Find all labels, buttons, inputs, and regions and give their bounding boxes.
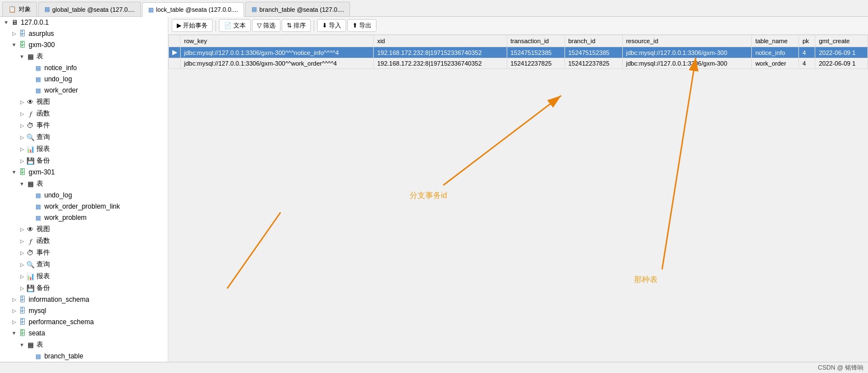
filter-button[interactable]: ▽ 筛选 xyxy=(252,19,281,32)
text-button[interactable]: 📄 文本 xyxy=(219,19,251,32)
col-transaction-id[interactable]: transaction_id xyxy=(507,35,564,47)
db-mysql[interactable]: ▷ 🗄 mysql xyxy=(0,305,168,316)
seata-toggle[interactable]: ▼ xyxy=(10,329,18,337)
query-icon-gxm301: 🔍 xyxy=(26,260,35,269)
table-notice-info[interactable]: ▦ notice_info xyxy=(0,62,168,73)
db-perf-schema[interactable]: ▷ 🗄 performance_schema xyxy=(0,316,168,328)
server-toggle[interactable]: ▼ xyxy=(2,19,10,26)
col-gmt-create[interactable]: gmt_create xyxy=(815,35,868,47)
db-seata[interactable]: ▼ 🗄 seata xyxy=(0,328,168,339)
view-icon-gxm300: 👁 xyxy=(26,98,35,107)
gxm301-queries[interactable]: ▷ 🔍 查询 xyxy=(0,259,168,270)
separator-2 xyxy=(314,20,314,31)
cell-pk-1: 4 xyxy=(799,47,815,58)
cell-resource-id-2: jdbc:mysql://127.0.0.1:3306/gxm-300 xyxy=(622,58,751,69)
object-icon: 📋 xyxy=(8,6,16,13)
tab-global-table[interactable]: ▦ global_table @seata (127.0.... xyxy=(38,2,141,16)
table-work-problem[interactable]: ▦ work_problem xyxy=(0,212,168,223)
tab-object[interactable]: 📋 对象 xyxy=(2,2,37,16)
col-table-name[interactable]: table_name xyxy=(752,35,799,47)
cell-pk-2: 4 xyxy=(799,58,815,69)
server-icon: 🖥 xyxy=(10,18,19,27)
table-undo-log-300[interactable]: ▦ undo_log xyxy=(0,73,168,85)
data-table-container: row_key xid transaction_id branch_id res… xyxy=(168,35,868,362)
gxm301-backups-label: 备份 xyxy=(36,283,50,293)
col-xid[interactable]: xid xyxy=(374,35,507,47)
text-icon: 📄 xyxy=(224,22,232,29)
gxm301-funcs[interactable]: ▷ 𝑓 函数 xyxy=(0,235,168,247)
sort-button[interactable]: ⇅ 排序 xyxy=(282,19,311,32)
gxm300-funcs[interactable]: ▷ 𝑓 函数 xyxy=(0,108,168,119)
gxm301-toggle[interactable]: ▼ xyxy=(10,168,18,176)
cell-table-name-1: notice_info xyxy=(752,47,799,58)
col-pk[interactable]: pk xyxy=(799,35,815,47)
mysql-label: mysql xyxy=(29,307,46,315)
table-work-order-300[interactable]: ▦ work_order xyxy=(0,85,168,96)
cell-transaction-id-1: 152475152385 xyxy=(507,47,564,58)
gxm300-queries[interactable]: ▷ 🔍 查询 xyxy=(0,131,168,143)
col-branch-id[interactable]: branch_id xyxy=(564,35,622,47)
gxm300-funcs-label: 函数 xyxy=(36,109,50,118)
separator-1 xyxy=(215,20,216,31)
start-transaction-button[interactable]: ▶ 开始事务 xyxy=(172,19,213,32)
cell-gmt-create-1: 2022-06-09 1 xyxy=(815,47,868,58)
gxm300-views[interactable]: ▷ 👁 视图 xyxy=(0,96,168,108)
seata-label: seata xyxy=(29,329,45,337)
gxm300-reports[interactable]: ▷ 📊 报表 xyxy=(0,143,168,155)
server-label: 127.0.0.1 xyxy=(21,19,49,26)
asurplus-toggle[interactable]: ▷ xyxy=(10,30,18,38)
table-row[interactable]: ▶ jdbc:mysql://127.0.0.1:3306/gxm-300^^^… xyxy=(169,47,868,58)
filter-icon: ▽ xyxy=(257,22,261,29)
query-icon-gxm300: 🔍 xyxy=(26,133,35,142)
col-row-key[interactable]: row_key xyxy=(181,35,374,47)
event-icon-gxm300: ⏱ xyxy=(26,121,35,130)
gxm300-tables-toggle[interactable]: ▼ xyxy=(18,53,26,61)
db-gxm300[interactable]: ▼ 🗄 gxm-300 xyxy=(0,39,168,50)
gxm301-events[interactable]: ▷ ⏱ 事件 xyxy=(0,247,168,259)
server-node[interactable]: ▼ 🖥 127.0.0.1 xyxy=(0,17,168,28)
gxm300-toggle[interactable]: ▼ xyxy=(10,41,18,49)
gxm300-tables-group[interactable]: ▼ ▦ 表 xyxy=(0,50,168,62)
cell-row-key-2: jdbc:mysql://127.0.0.1:3306/gxm-300^^wor… xyxy=(181,58,374,69)
table-branch-table[interactable]: ▦ branch_table xyxy=(0,351,168,362)
import-button[interactable]: ⬇ 导入 xyxy=(317,19,346,32)
sort-icon: ⇅ xyxy=(287,22,292,29)
export-button[interactable]: ⬆ 导出 xyxy=(347,19,376,32)
transaction-icon: ▶ xyxy=(177,22,181,29)
undo-log-300-label: undo_log xyxy=(44,75,72,83)
gxm301-queries-label: 查询 xyxy=(36,260,50,269)
gxm301-backups[interactable]: ▷ 💾 备份 xyxy=(0,282,168,294)
func-icon-gxm301: 𝑓 xyxy=(26,237,35,246)
gxm300-backups[interactable]: ▷ 💾 备份 xyxy=(0,155,168,167)
table-icon-notice-info: ▦ xyxy=(34,63,43,72)
backup-icon-gxm300: 💾 xyxy=(26,156,35,165)
gxm301-reports[interactable]: ▷ 📊 报表 xyxy=(0,270,168,282)
asurplus-label: asurplus xyxy=(29,30,54,38)
gxm301-views[interactable]: ▷ 👁 视图 xyxy=(0,223,168,235)
main-area: ▼ 🖥 127.0.0.1 ▷ 🗄 asurplus ▼ 🗄 gxm-300 ▼… xyxy=(0,17,868,362)
gxm301-events-label: 事件 xyxy=(36,248,50,257)
table-work-order-problem-link[interactable]: ▦ work_order_problem_link xyxy=(0,201,168,212)
table-icon-1: ▦ xyxy=(44,6,50,13)
backup-icon-gxm301: 💾 xyxy=(26,284,35,293)
tab-branch-table[interactable]: ▦ branch_table @seata (127.0.... xyxy=(245,2,350,16)
db-asurplus[interactable]: ▷ 🗄 asurplus xyxy=(0,28,168,39)
gxm301-tables-group[interactable]: ▼ ▦ 表 xyxy=(0,178,168,190)
db-info-schema[interactable]: ▷ 🗄 information_schema xyxy=(0,294,168,305)
db-gxm301[interactable]: ▼ 🗄 gxm-301 xyxy=(0,167,168,178)
event-icon-gxm301: ⏱ xyxy=(26,248,35,257)
table-row[interactable]: jdbc:mysql://127.0.0.1:3306/gxm-300^^wor… xyxy=(169,58,868,69)
tab-lock-table[interactable]: ▦ lock_table @seata (127.0.0.... xyxy=(142,2,244,17)
report-icon-gxm301: 📊 xyxy=(26,272,35,281)
branch-table-label: branch_table xyxy=(44,352,83,360)
seata-tables-group[interactable]: ▼ ▦ 表 xyxy=(0,339,168,351)
cell-branch-id-2: 152412237825 xyxy=(564,58,622,69)
report-icon-gxm300: 📊 xyxy=(26,145,35,154)
table-undo-log-301[interactable]: ▦ undo_log xyxy=(0,190,168,201)
perf-schema-label: performance_schema xyxy=(29,318,94,326)
gxm301-tables-label: 表 xyxy=(36,179,43,188)
import-icon: ⬇ xyxy=(322,22,327,29)
gxm300-events[interactable]: ▷ ⏱ 事件 xyxy=(0,119,168,131)
wopl-label: work_order_problem_link xyxy=(44,202,120,210)
col-resource-id[interactable]: resource_id xyxy=(622,35,751,47)
